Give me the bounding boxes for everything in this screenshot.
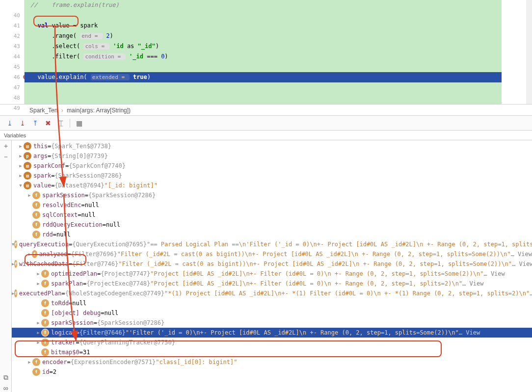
field-badge: f xyxy=(41,348,49,356)
download-icon[interactable]: ⤓ xyxy=(6,119,14,127)
var-row-rddqueryexecution[interactable]: frddQueryExecution = null xyxy=(12,220,532,230)
expand-icon[interactable] xyxy=(35,318,41,328)
download-red-icon[interactable]: ⤓ xyxy=(19,119,27,127)
var-row-resolvedenc[interactable]: fresolvedEnc = null xyxy=(12,200,532,210)
code-editor: 40 41 42 43 44 45 46 47 48 49 // frame.e… xyxy=(0,0,532,104)
field-badge: f xyxy=(41,309,49,317)
expand-icon[interactable] xyxy=(27,190,32,200)
field-badge: f xyxy=(41,319,49,327)
var-row-bitmap[interactable]: fbitmap$0 = 31 xyxy=(12,347,532,357)
var-row-rdd[interactable]: frdd = null xyxy=(12,230,532,239)
line-number: 43 xyxy=(0,41,20,52)
line-number: 44 xyxy=(0,52,20,62)
separator xyxy=(70,119,70,128)
object-badge: ▤ xyxy=(24,162,31,170)
var-row-queryexecution[interactable]: fqueryExecution = {QueryExecution@7695} … xyxy=(12,239,532,249)
var-row-sparkplan[interactable]: fsparkPlan = {ProjectExec@7748} "Project… xyxy=(12,279,532,288)
expand-icon[interactable] xyxy=(18,141,24,151)
var-row-debug[interactable]: f[object] debug = null xyxy=(12,308,532,318)
field-badge: f xyxy=(41,299,49,307)
field-badge: f xyxy=(32,191,40,199)
line-number: 42 xyxy=(0,31,20,41)
field-badge: f xyxy=(14,260,17,268)
field-badge: f xyxy=(41,280,49,287)
object-badge: ▤ xyxy=(24,182,31,189)
line-number: 47 xyxy=(0,82,20,93)
var-row-args[interactable]: pargs = {String[0]@7739} xyxy=(12,151,532,161)
link-icon[interactable]: ∞ xyxy=(2,384,10,392)
expand-icon[interactable] xyxy=(18,171,24,181)
param-badge: p xyxy=(24,152,31,160)
line-number: 48 xyxy=(0,93,20,103)
var-row-sqlcontext[interactable]: fsqlContext = null xyxy=(12,210,532,220)
var-row-sparksession2[interactable]: fsparkSession = {SparkSession@7286} xyxy=(12,318,532,328)
view-link[interactable]: … View xyxy=(483,269,505,279)
var-row-this[interactable]: ▤this = {Spark_Ten$@7738} xyxy=(12,141,532,151)
line-number: 49 xyxy=(0,103,20,113)
object-badge: ▤ xyxy=(24,172,31,180)
var-row-tordd[interactable]: ftoRdd = null xyxy=(12,298,532,308)
debug-toolbar: ⤓ ⤓ ⤒ ✖ ⌶ ▦ xyxy=(0,116,532,131)
copy-icon[interactable]: ⧉ xyxy=(2,373,10,381)
field-badge: f xyxy=(32,211,40,219)
var-row-encoder[interactable]: fencoder = {ExpressionEncoder@7571} "cla… xyxy=(12,357,532,367)
var-row-sparksession[interactable]: fsparkSession = {SparkSession@7286} xyxy=(12,190,532,200)
var-row-withcacheddata[interactable]: fwithCachedData = {Filter@7746} "Filter … xyxy=(12,259,532,269)
var-row-id[interactable]: fid = 2 xyxy=(12,367,532,377)
debug-panel: ＋ － ⧉ ∞ ▤this = {Spark_Ten$@7738} pargs … xyxy=(0,140,532,392)
expand-icon[interactable] xyxy=(35,269,41,279)
var-row-spark[interactable]: ▤spark = {SparkSession@7286} xyxy=(12,171,532,181)
view-link[interactable]: … View xyxy=(530,288,532,298)
expand-icon[interactable] xyxy=(18,151,24,161)
current-execution-line: value.explain( extended = true) xyxy=(25,72,532,82)
minus-icon[interactable]: － xyxy=(2,153,10,161)
cursor-icon[interactable]: ⌶ xyxy=(57,119,65,127)
expand-icon[interactable] xyxy=(28,249,32,259)
view-link[interactable]: … View xyxy=(512,259,532,269)
line-number: 40 xyxy=(0,10,20,21)
var-row-executedplan[interactable]: fexecutedPlan = {WholeStageCodegenExec@7… xyxy=(12,288,532,298)
expand-icon[interactable] xyxy=(35,279,41,288)
field-badge: f xyxy=(32,368,40,376)
collapse-icon[interactable] xyxy=(18,181,24,190)
editor-scrollbar[interactable] xyxy=(526,0,532,104)
cancel-icon[interactable]: ✖ xyxy=(44,119,52,127)
expand-icon[interactable] xyxy=(35,338,41,347)
field-badge: f xyxy=(41,339,49,346)
code-comment: // frame.explain(true) xyxy=(30,1,119,8)
var-row-optimizedplan[interactable]: foptimizedPlan = {Project@7747} "Project… xyxy=(12,269,532,279)
variables-tree[interactable]: ▤this = {Spark_Ten$@7738} pargs = {Strin… xyxy=(12,140,532,392)
field-badge: f xyxy=(32,358,40,366)
expand-icon[interactable] xyxy=(35,328,41,338)
field-badge: f xyxy=(32,221,40,229)
var-row-sparkconf[interactable]: ▤sparkConf = {SparkConf@7740} xyxy=(12,161,532,171)
line-number xyxy=(0,0,20,10)
view-link[interactable]: … View xyxy=(459,328,480,338)
expand-icon[interactable] xyxy=(27,357,32,367)
side-toolbar: ＋ － ⧉ ∞ xyxy=(0,140,12,392)
field-badge: f xyxy=(41,329,49,337)
variables-tab[interactable]: Variables xyxy=(0,131,532,140)
var-row-logical[interactable]: flogical = {Filter@7646} "'Filter ('_id … xyxy=(12,328,532,338)
line-number: 46 xyxy=(0,72,20,82)
field-badge: f xyxy=(32,250,37,258)
plus-icon[interactable]: ＋ xyxy=(2,142,10,150)
field-badge: f xyxy=(14,289,17,297)
upload-icon[interactable]: ⤒ xyxy=(31,119,39,127)
expand-icon[interactable] xyxy=(18,161,24,171)
line-number: 41 xyxy=(0,21,20,31)
table-icon[interactable]: ▦ xyxy=(75,119,83,127)
editor-gutter: 40 41 42 43 44 45 46 47 48 49 xyxy=(0,0,25,104)
var-row-analyzed[interactable]: fanalyzed = {Filter@7696} "Filter (_id#2… xyxy=(12,249,532,259)
object-badge: ▤ xyxy=(24,142,31,150)
var-row-value[interactable]: ▤value = {Dataset@7694} "[_id: bigint]" xyxy=(12,181,532,190)
line-number: 45 xyxy=(0,62,20,72)
field-badge: f xyxy=(32,201,40,209)
code-content[interactable]: // frame.explain(true) val value = spark… xyxy=(25,0,532,104)
field-badge: f xyxy=(14,240,17,248)
field-badge: f xyxy=(41,270,49,278)
field-badge: f xyxy=(32,231,40,238)
view-link[interactable]: … View xyxy=(462,279,483,288)
view-link[interactable]: … View xyxy=(511,249,532,259)
var-row-tracker[interactable]: ftracker = {QueryPlanningTracker@7750} xyxy=(12,338,532,347)
